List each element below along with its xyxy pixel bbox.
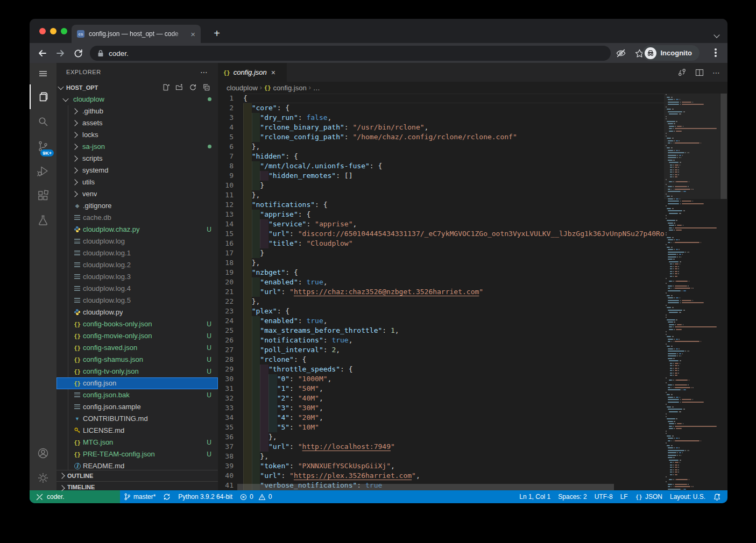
notifications-bell-icon[interactable] (709, 490, 727, 503)
code-line-12[interactable]: 12 "notifications": { (218, 200, 664, 210)
code-line-28[interactable]: 28 "rclone": { (218, 355, 664, 365)
eol-status[interactable]: LF (617, 490, 632, 503)
tree-item-.gitignore[interactable]: ◆.gitignore (56, 200, 218, 212)
code-line-1[interactable]: 1{ (218, 94, 664, 103)
tree-item-cloudplow.chaz.py[interactable]: cloudplow.chaz.pyU (56, 224, 218, 235)
python-interpreter-status[interactable]: Python 3.9.2 64-bit (174, 490, 236, 503)
tree-item-config-books-only.json[interactable]: {}config-books-only.jsonU (56, 318, 218, 330)
minimap-viewport[interactable] (664, 94, 720, 199)
code-line-6[interactable]: 6 }, (218, 142, 664, 152)
tree-item-README.md[interactable]: iREADME.md (56, 460, 218, 470)
zoom-window-button[interactable] (61, 28, 67, 34)
tree-item-cloudplow.log.5[interactable]: cloudplow.log.5 (56, 295, 218, 306)
problems-status[interactable]: 0 0 (236, 490, 275, 503)
code-line-26[interactable]: 26 "notifications": true, (218, 335, 664, 345)
cursor-position-status[interactable]: Ln 1, Col 1 (515, 490, 554, 503)
tree-item-LICENSE.md[interactable]: LICENSE.md (56, 425, 218, 437)
tree-item-config.json.bak[interactable]: config.json.bakU (56, 389, 218, 401)
minimize-window-button[interactable] (50, 28, 56, 34)
outline-section-header[interactable]: OUTLINE (56, 470, 218, 481)
tree-item-MTG.json[interactable]: {}MTG.jsonU (56, 437, 218, 448)
forward-button[interactable] (54, 47, 67, 60)
editor-more-actions-icon[interactable]: ⋯ (712, 68, 720, 77)
open-changes-icon[interactable] (677, 68, 687, 77)
close-window-button[interactable] (39, 28, 46, 34)
code-editor[interactable]: 1{2 "core": {3 "dry_run": false,4 "rclon… (218, 94, 664, 490)
workspace-section-header[interactable]: HOST_OPT (56, 82, 218, 94)
editor-tab-close-icon[interactable]: × (271, 68, 275, 77)
tree-item-config-movie-only.json[interactable]: {}config-movie-only.jsonU (56, 330, 218, 342)
tree-item-config-shamus.json[interactable]: {}config-shamus.jsonU (56, 354, 218, 366)
code-line-5[interactable]: 5 "rclone_config_path": "/home/chaz/.con… (218, 132, 664, 142)
menu-icon[interactable] (30, 63, 56, 84)
code-line-11[interactable]: 11 }, (218, 190, 664, 200)
indentation-status[interactable]: Spaces: 2 (554, 490, 590, 503)
tab-close-icon[interactable]: × (189, 30, 196, 38)
testing-activity-icon[interactable] (30, 208, 56, 233)
code-line-9[interactable]: 9 "hidden_remotes": [] (218, 171, 664, 181)
collapse-folders-icon[interactable] (202, 83, 210, 91)
tree-item-cloudplow.log.2[interactable]: cloudplow.log.2 (56, 259, 218, 271)
vertical-scrollbar[interactable] (720, 94, 727, 490)
breadcrumb-symbol[interactable]: … (313, 84, 320, 92)
source-control-activity-icon[interactable]: 9K+ (30, 134, 56, 159)
language-mode-status[interactable]: {} JSON (632, 490, 666, 503)
tree-item-CONTRIBUTING.md[interactable]: ▼CONTRIBUTING.md (56, 413, 218, 425)
tree-item-config.json.sample[interactable]: config.json.sample (56, 401, 218, 413)
code-line-27[interactable]: 27 "poll_interval": 2, (218, 345, 664, 355)
tree-item-config-saved.json[interactable]: {}config-saved.jsonU (56, 342, 218, 354)
tree-item-cloudplow.log.1[interactable]: cloudplow.log.1 (56, 247, 218, 259)
new-file-icon[interactable] (162, 83, 170, 91)
code-line-18[interactable]: 18 }, (218, 258, 664, 268)
tree-item-cloudplow.log[interactable]: cloudplow.log (56, 235, 218, 247)
tree-item-cloudplow.log.4[interactable]: cloudplow.log.4 (56, 283, 218, 295)
breadcrumb-folder[interactable]: cloudplow (227, 84, 258, 92)
new-tab-button[interactable]: + (209, 26, 224, 41)
vertical-scrollbar-thumb[interactable] (720, 94, 727, 199)
code-line-30[interactable]: 30 "0": "1000M", (218, 374, 664, 384)
code-line-31[interactable]: 31 "1": "50M", (218, 384, 664, 394)
code-line-25[interactable]: 25 "max_streams_before_throttle": 1, (218, 326, 664, 335)
code-line-21[interactable]: 21 "url": "https://chaz:chaz3526@nzbget.… (218, 287, 664, 297)
tree-item-sa-json[interactable]: sa-json (56, 141, 218, 153)
tree-item-cloudplow.py[interactable]: cloudplow.py (56, 306, 218, 318)
tree-item-.github[interactable]: .github (56, 105, 218, 117)
code-line-33[interactable]: 33 "3": "30M", (218, 403, 664, 413)
breadcrumb-file[interactable]: config.json (273, 84, 306, 92)
tree-item-utils[interactable]: utils (56, 176, 218, 188)
browser-menu-icon[interactable] (715, 48, 717, 51)
code-line-39[interactable]: 39 "token": "PXNNXUEfYSCkUspGiiXj", (218, 461, 664, 471)
code-line-16[interactable]: 16 "title": "Cloudplow" (218, 239, 664, 248)
split-editor-icon[interactable] (695, 68, 704, 77)
horizontal-scrollbar[interactable] (237, 484, 614, 490)
code-line-40[interactable]: 40 "url": "https://plex.3526harriet.com"… (218, 471, 664, 481)
code-line-15[interactable]: 15 "url": "discord://650104445434331137/… (218, 229, 664, 239)
hide-eye-icon[interactable] (614, 47, 627, 60)
code-line-10[interactable]: 10 } (218, 181, 664, 190)
search-activity-icon[interactable] (30, 109, 56, 134)
account-icon[interactable] (30, 441, 56, 466)
browser-tab[interactable]: cs config.json — host_opt — code × (72, 25, 201, 43)
extensions-activity-icon[interactable] (30, 183, 56, 208)
code-line-34[interactable]: 34 "4": "20M", (218, 413, 664, 423)
tree-item-cache.db[interactable]: cache.db (56, 212, 218, 224)
encoding-status[interactable]: UTF-8 (591, 490, 617, 503)
code-line-4[interactable]: 4 "rclone_binary_path": "/usr/bin/rclone… (218, 123, 664, 132)
reload-button[interactable] (72, 47, 84, 60)
explorer-more-actions-icon[interactable]: ⋯ (200, 68, 208, 76)
code-line-13[interactable]: 13 "apprise": { (218, 210, 664, 219)
timeline-section-header[interactable]: TIMELINE (56, 481, 218, 490)
tree-item-venv[interactable]: venv (56, 188, 218, 200)
code-line-37[interactable]: 37 "url": "http://localhost:7949" (218, 442, 664, 452)
tree-item-cloudplow.log.3[interactable]: cloudplow.log.3 (56, 271, 218, 283)
code-line-17[interactable]: 17 } (218, 248, 664, 258)
editor-tab-config-json[interactable]: {} config.json × (218, 63, 287, 82)
code-line-38[interactable]: 38 }, (218, 452, 664, 461)
code-line-14[interactable]: 14 "service": "apprise", (218, 219, 664, 229)
tree-item-config.json[interactable]: {}config.json (56, 377, 218, 389)
code-line-23[interactable]: 23 "plex": { (218, 306, 664, 316)
tab-search-chevron-icon[interactable] (715, 30, 719, 39)
tree-item-systemd[interactable]: systemd (56, 165, 218, 176)
code-line-19[interactable]: 19 "nzbget": { (218, 268, 664, 277)
minimap[interactable] (664, 94, 720, 490)
